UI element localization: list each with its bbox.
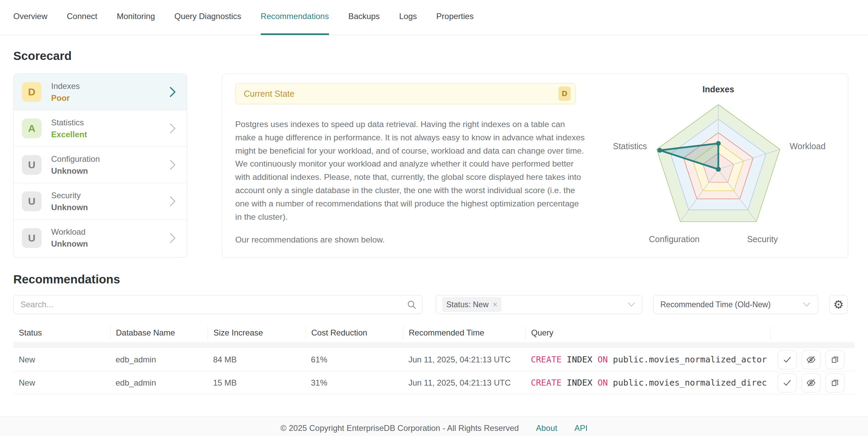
cell-cost: 61% <box>305 355 403 364</box>
cell-query: CREATE INDEX ON public.movies_normalized… <box>525 355 770 364</box>
column-header-database: Database Name <box>110 326 208 339</box>
tab-properties[interactable]: Properties <box>436 0 474 35</box>
scorecard-list: D Indexes Poor A Statistics Excellent U … <box>13 74 187 258</box>
scorecard-item-workload[interactable]: U Workload Unknown <box>14 220 187 256</box>
svg-text:Workload: Workload <box>790 141 825 151</box>
current-state-banner: Current State D <box>235 83 576 104</box>
tab-recommendations[interactable]: Recommendations <box>261 0 329 35</box>
cell-size: 84 MB <box>208 355 305 364</box>
scorecard-item-label: Security <box>51 191 88 200</box>
scorecard-item-indexes[interactable]: D Indexes Poor <box>14 74 187 110</box>
apply-button[interactable] <box>778 373 797 392</box>
table-header-divider <box>13 342 855 348</box>
hide-button[interactable] <box>802 373 821 392</box>
scorecard-item-label: Indexes <box>51 81 80 91</box>
chevron-down-icon <box>627 302 636 307</box>
chevron-right-icon <box>169 195 177 207</box>
scorecard-section: D Indexes Poor A Statistics Excellent U … <box>13 74 848 258</box>
scorecard-item-status: Unknown <box>51 239 88 249</box>
check-icon <box>782 355 792 364</box>
grade-badge: U <box>22 191 42 211</box>
score-detail-panel: Current State D Postgres uses indexes to… <box>222 74 848 258</box>
sql-target: public.movies_normalized_actor <box>608 355 767 364</box>
cell-query: CREATE INDEX ON public.movies_normalized… <box>525 378 770 388</box>
sort-order-select[interactable]: Recommended Time (Old-New) <box>653 295 818 314</box>
sql-target: public.movies_normalized_direc <box>608 378 767 388</box>
scorecard-item-configuration[interactable]: U Configuration Unknown <box>14 147 187 183</box>
copy-icon <box>830 378 840 388</box>
recommendations-table: Status Database Name Size Increase Cost … <box>13 324 855 394</box>
sql-text: INDEX <box>562 378 597 388</box>
column-header-status: Status <box>13 326 110 339</box>
chevron-right-icon <box>169 122 177 135</box>
gear-icon: ⚙ <box>833 298 843 311</box>
copy-button[interactable] <box>825 373 844 392</box>
cell-database: edb_admin <box>110 378 208 388</box>
tab-backups[interactable]: Backups <box>348 0 380 35</box>
column-header-size: Size Increase <box>208 326 305 339</box>
grade-badge: D <box>22 82 42 102</box>
sort-order-value: Recommended Time (Old-New) <box>660 300 770 309</box>
footer-link-about[interactable]: About <box>536 423 557 433</box>
scorecard-item-status: Unknown <box>51 166 100 176</box>
grade-badge: U <box>22 228 42 248</box>
cell-status: New <box>13 378 110 388</box>
search-input[interactable] <box>13 295 422 314</box>
search-box <box>13 295 422 314</box>
scorecard-item-statistics[interactable]: A Statistics Excellent <box>14 110 187 147</box>
row-actions <box>770 373 855 392</box>
table-row: New edb_admin 15 MB 31% Jun 11, 2025, 04… <box>13 371 855 394</box>
eye-off-icon <box>806 355 816 365</box>
status-filter-select[interactable]: Status: New × <box>436 295 642 314</box>
apply-button[interactable] <box>778 350 797 369</box>
scorecard-item-status: Unknown <box>51 203 88 212</box>
chip-close-icon[interactable]: × <box>493 300 497 309</box>
svg-text:Indexes: Indexes <box>702 84 734 94</box>
top-tab-bar: Overview Connect Monitoring Query Diagno… <box>0 0 868 35</box>
chevron-right-icon <box>169 159 177 171</box>
hide-button[interactable] <box>802 350 821 369</box>
scorecard-item-label: Workload <box>51 227 88 237</box>
svg-text:Configuration: Configuration <box>649 234 700 244</box>
tab-query-diagnostics[interactable]: Query Diagnostics <box>174 0 241 35</box>
cell-time: Jun 11, 2025, 04:21:13 UTC <box>403 378 525 388</box>
row-actions <box>770 350 855 369</box>
settings-button[interactable]: ⚙ <box>829 295 848 314</box>
recommendations-title: Recommendations <box>13 272 868 286</box>
sql-text: INDEX <box>562 355 597 364</box>
copy-icon <box>830 355 840 364</box>
table-header-row: Status Database Name Size Increase Cost … <box>13 324 855 342</box>
score-description: Postgres uses indexes to speed up data r… <box>235 118 587 223</box>
column-header-query: Query <box>525 326 770 339</box>
svg-text:Statistics: Statistics <box>613 141 647 151</box>
check-icon <box>782 378 792 388</box>
chevron-right-icon <box>169 86 177 98</box>
scorecard-item-status: Poor <box>51 93 80 103</box>
scorecard-item-status: Excellent <box>51 130 87 139</box>
scorecard-title: Scorecard <box>13 49 868 63</box>
tab-logs[interactable]: Logs <box>399 0 417 35</box>
sql-keyword: CREATE <box>531 378 562 388</box>
search-icon[interactable] <box>407 300 416 309</box>
column-header-time: Recommended Time <box>403 326 525 339</box>
tab-connect[interactable]: Connect <box>67 0 97 35</box>
cell-size: 15 MB <box>208 378 305 388</box>
chevron-down-icon <box>802 302 811 307</box>
sql-keyword: CREATE <box>531 355 562 364</box>
footer-link-api[interactable]: API <box>574 423 588 433</box>
grade-badge: A <box>22 119 42 138</box>
tab-overview[interactable]: Overview <box>13 0 47 35</box>
cell-time: Jun 11, 2025, 04:21:13 UTC <box>403 355 525 364</box>
current-state-title: Current State <box>244 89 295 99</box>
status-filter-chip: Status: New × <box>442 297 502 312</box>
copy-button[interactable] <box>825 350 844 369</box>
status-filter-chip-label: Status: New <box>446 300 489 309</box>
table-row: New edb_admin 84 MB 61% Jun 11, 2025, 04… <box>13 348 855 371</box>
column-header-cost: Cost Reduction <box>305 326 403 339</box>
tab-monitoring[interactable]: Monitoring <box>117 0 155 35</box>
scorecard-item-security[interactable]: U Security Unknown <box>14 183 187 220</box>
svg-text:Security: Security <box>747 234 778 244</box>
scorecard-item-label: Configuration <box>51 154 100 164</box>
sql-keyword: ON <box>598 355 608 364</box>
column-header-actions <box>770 326 855 339</box>
